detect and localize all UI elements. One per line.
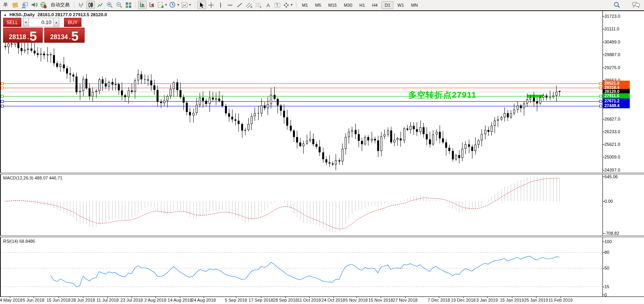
- macd-axis-tick-label: -708.82: [604, 231, 619, 236]
- date-axis-label: 7 Dec 2018: [428, 298, 450, 302]
- text-label-button[interactable]: T: [273, 1, 282, 9]
- zoom-in-button[interactable]: [105, 1, 114, 9]
- tile-windows-button[interactable]: [124, 1, 133, 9]
- record-button[interactable]: [39, 1, 48, 9]
- date-axis-label: 15 Jun 2018: [47, 298, 71, 302]
- date-axis-label: 24 May 2018: [0, 298, 23, 302]
- cursor-icon: [198, 2, 204, 8]
- timeframe-m5-button[interactable]: M5: [312, 1, 324, 9]
- sell-price-dot: .: [27, 34, 29, 40]
- sell-button[interactable]: SELL: [3, 18, 21, 27]
- chart-canvas[interactable]: [0, 10, 644, 304]
- price-axis-tick-label: 29275.0: [604, 65, 620, 70]
- crosshair-button[interactable]: [207, 1, 215, 9]
- line-chart-button[interactable]: [96, 1, 104, 9]
- volume-input[interactable]: [29, 18, 53, 27]
- date-axis-label: 19 Dec 2018: [451, 298, 476, 302]
- templates-button[interactable]: ▼: [181, 1, 192, 9]
- pane-splitter[interactable]: [0, 236, 644, 237]
- indicators-icon: [157, 2, 164, 8]
- volume-decrease-button[interactable]: ▼: [23, 18, 29, 27]
- chat-button[interactable]: [632, 1, 640, 9]
- globe-record-icon: [40, 2, 47, 8]
- svg-text:F: F: [260, 6, 261, 8]
- bar-chart-button[interactable]: [77, 1, 85, 9]
- autotrade-label: 自动交易: [49, 2, 71, 8]
- indicators-button[interactable]: ▼: [157, 1, 168, 9]
- horizontal-line-button[interactable]: [226, 1, 234, 9]
- candlestick-button[interactable]: [86, 1, 95, 9]
- arrows-button[interactable]: ▼: [283, 1, 294, 9]
- speaker-icon: [31, 2, 38, 8]
- channel-icon: E: [246, 2, 253, 8]
- zoom-out-button[interactable]: [115, 1, 123, 9]
- pivot-annotation-text[interactable]: 多空转折点27911: [408, 89, 476, 100]
- timeframe-w1-button[interactable]: W1: [394, 1, 407, 9]
- rsi-axis-tick-label: 50: [604, 266, 609, 270]
- date-axis-label: 27 Nov 2018: [393, 298, 417, 302]
- cursor-button[interactable]: [197, 1, 206, 9]
- rsi-axis-tick-label: 15: [604, 284, 609, 289]
- volume-increase-button[interactable]: ▲: [53, 18, 59, 27]
- autotrade-button[interactable]: 自动交易: [49, 1, 72, 9]
- sell-price-panel[interactable]: 28118 . 5: [3, 28, 43, 43]
- zoom-in-icon: [106, 2, 113, 8]
- buy-price-panel[interactable]: 28134 . 5: [44, 28, 85, 43]
- price-axis-tick-label: 31111.0: [604, 26, 619, 31]
- search-button[interactable]: [612, 1, 621, 9]
- sell-price-fraction: 5: [30, 31, 37, 42]
- timeframe-h1-button[interactable]: H1: [356, 1, 368, 9]
- navigator-button[interactable]: [20, 1, 29, 9]
- line-chart-icon: [97, 2, 103, 8]
- timeframe-m1-button[interactable]: M1: [299, 1, 311, 9]
- vertical-line-button[interactable]: [216, 1, 225, 9]
- periods-button[interactable]: ▼: [169, 1, 180, 9]
- macd-indicator-label: MACD(12,26,9) 488.07 446.71: [3, 176, 62, 180]
- timeframe-m15-button[interactable]: M15: [325, 1, 340, 9]
- autoscroll-button[interactable]: [138, 1, 147, 9]
- fibonacci-button[interactable]: F: [254, 1, 263, 9]
- timeframe-h4-button[interactable]: H4: [369, 1, 381, 9]
- trendline-button[interactable]: [235, 1, 244, 9]
- text-button[interactable]: A: [264, 1, 272, 9]
- sound-button[interactable]: [30, 1, 38, 9]
- rsi-axis-tick-label: 0: [604, 293, 607, 297]
- date-axis-label: 11 Oct 2018: [297, 298, 321, 302]
- vertical-line-icon: [218, 2, 223, 8]
- chart-symbol-period: HK50-,Daily: [9, 12, 35, 17]
- search-icon: [613, 2, 620, 9]
- chevron-down-icon: ▼: [290, 3, 293, 7]
- timeframe-mn-button[interactable]: MN: [408, 1, 421, 9]
- date-axis-label: 14 Aug 2018: [168, 298, 192, 302]
- equidistant-channel-button[interactable]: E: [245, 1, 253, 9]
- bar-chart-icon: [78, 2, 84, 8]
- toolbar-grip: [135, 2, 136, 8]
- toolbar-right: [612, 1, 644, 9]
- horizontal-line-icon: [227, 2, 233, 8]
- toolbar-grip: [195, 2, 195, 8]
- chart-shift-button[interactable]: [147, 1, 156, 9]
- market-watch-icon: [12, 2, 19, 8]
- timeframe-d1-button[interactable]: D1: [381, 1, 393, 9]
- clock-icon: [169, 2, 176, 8]
- new-order-label: 单: [2, 2, 9, 8]
- rsi-indicator-label: RSI(14) 68.8486: [3, 239, 35, 244]
- date-axis-label: 11 Jul 2018: [96, 298, 119, 302]
- new-order-button[interactable]: 单: [1, 1, 10, 9]
- trendline-icon: [236, 2, 243, 8]
- date-axis-label: 11 Feb 2019: [549, 298, 573, 302]
- timeframe-m30-button[interactable]: M30: [341, 1, 355, 9]
- price-axis-tick-label: 31723.0: [604, 14, 620, 19]
- one-click-collapse-arrow[interactable]: ▲: [4, 13, 7, 17]
- rsi-axis-tick-label: 100: [604, 239, 612, 244]
- candlestick-icon: [87, 2, 94, 8]
- market-watch-button[interactable]: [11, 1, 19, 9]
- text-icon: A: [265, 2, 271, 8]
- date-axis-label: 28 Sep 2018: [273, 298, 298, 302]
- chart-ohlc-values: 28161.0 28177.0 27913.5 28120.0: [38, 12, 107, 17]
- buy-button[interactable]: BUY: [64, 18, 81, 27]
- macd-axis-tick-label: 0.00: [604, 199, 613, 204]
- date-axis-label: 23 Jul 2018: [121, 298, 143, 302]
- date-axis-label: 24 Aug 2018: [191, 298, 216, 302]
- pane-splitter[interactable]: [0, 173, 644, 174]
